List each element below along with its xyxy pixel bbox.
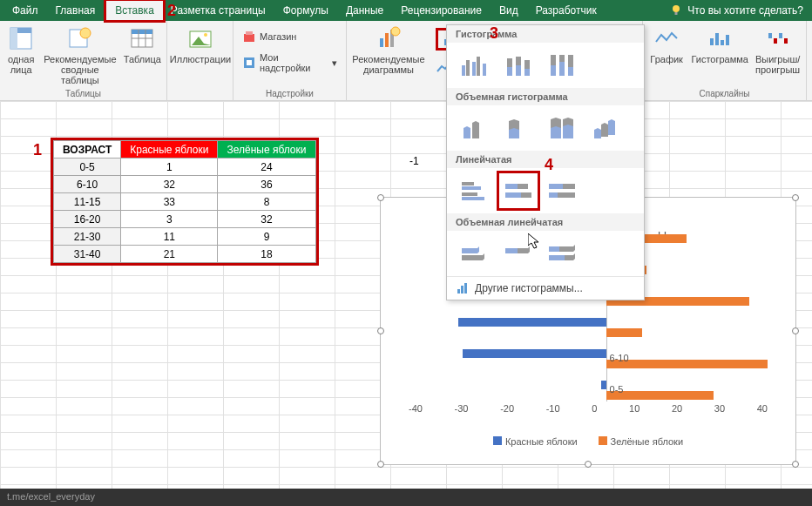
table-row[interactable]: 6-103236 <box>54 176 316 193</box>
tab-home[interactable]: Главная <box>47 1 105 20</box>
thumb-3d-col[interactable] <box>588 112 623 144</box>
chart-legend: Красные яблоки Зелёные яблоки <box>391 436 785 447</box>
resize-handle[interactable] <box>792 461 799 468</box>
svg-rect-51 <box>483 64 486 76</box>
worksheet[interactable]: 1 ВОЗРАСТ Красные яблоки Зелёные яблоки … <box>0 101 812 489</box>
resize-handle[interactable] <box>377 327 384 334</box>
chevron-down-icon: ▾ <box>332 57 337 69</box>
svg-point-22 <box>391 27 400 36</box>
svg-marker-74 <box>608 119 615 135</box>
callout-3: 3 <box>490 24 498 43</box>
thumb-3d-100-col[interactable] <box>545 112 579 144</box>
spark-winloss-icon <box>764 24 792 52</box>
table-row[interactable]: 0-5124 <box>54 159 316 176</box>
svg-rect-44 <box>774 38 777 44</box>
svg-rect-82 <box>505 192 521 198</box>
svg-marker-88 <box>462 253 484 260</box>
thumb-3d-stacked-col[interactable] <box>501 112 536 144</box>
svg-marker-64 <box>464 126 470 138</box>
tab-insert[interactable]: Вставка <box>104 0 166 23</box>
data-table[interactable]: ВОЗРАСТ Красные яблоки Зелёные яблоки 0-… <box>51 138 319 266</box>
svg-marker-87 <box>462 246 479 253</box>
svg-rect-45 <box>779 33 782 38</box>
bulb-icon <box>670 4 682 17</box>
spark-winloss-button[interactable]: Выигрыш/ проигрыш <box>754 24 801 75</box>
svg-marker-98 <box>528 233 538 248</box>
callout-2: 2 <box>167 2 176 20</box>
tell-me[interactable]: Что вы хотите сделать? <box>661 4 812 17</box>
svg-point-6 <box>80 28 91 38</box>
tab-page-layout[interactable]: Разметка страницы <box>162 1 274 20</box>
svg-rect-4 <box>10 28 17 49</box>
legend-swatch-blue <box>493 436 502 445</box>
svg-marker-72 <box>594 128 601 138</box>
resize-handle[interactable] <box>377 194 384 201</box>
svg-rect-57 <box>524 69 530 76</box>
svg-rect-20 <box>385 33 389 47</box>
svg-rect-61 <box>559 62 565 76</box>
table-row[interactable]: 11-15338 <box>54 193 316 211</box>
table-label: Таблица <box>124 54 161 64</box>
spark-line-button[interactable]: График <box>648 24 685 64</box>
svg-marker-67 <box>509 128 519 138</box>
rec-pivot-button[interactable]: Рекомендуемые сводные таблицы <box>44 24 116 85</box>
resize-handle[interactable] <box>585 461 592 468</box>
rec-pivot-icon <box>66 24 94 52</box>
resize-handle[interactable] <box>792 194 799 201</box>
status-bar: t.me/excel_everyday <box>0 489 812 506</box>
ribbon: одная лица Рекомендуемые сводные таблицы… <box>0 21 812 101</box>
spark-col-label: Гистограмма <box>691 54 748 64</box>
thumb-100stacked-bar[interactable] <box>545 175 579 206</box>
group-illustrations: Иллюстрации <box>167 21 233 100</box>
x-axis-ticks: -40-30-20-10010203040 <box>409 403 768 419</box>
group-illus-label <box>173 97 227 98</box>
thumb-3d-100-bar[interactable] <box>545 238 579 269</box>
spark-line-icon <box>653 24 680 52</box>
pivot-table-button[interactable]: одная лица <box>5 24 37 75</box>
rec-charts-button[interactable]: Рекомендуемые диаграммы <box>352 24 425 75</box>
thumb-100stacked-column[interactable] <box>545 50 579 81</box>
spark-col-icon <box>706 24 734 52</box>
rec-pivot-label: Рекомендуемые сводные таблицы <box>44 54 116 85</box>
tab-view[interactable]: Вид <box>491 1 527 20</box>
thumb-3d-clustered-col[interactable] <box>457 112 492 144</box>
store-label: Магазин <box>260 31 296 42</box>
pivot-label: одная лица <box>8 54 34 75</box>
more-column-charts[interactable]: Другие гистограммы... <box>447 276 644 300</box>
svg-rect-39 <box>710 38 714 45</box>
thumb-clustered-column[interactable] <box>457 50 492 81</box>
ribbon-tabs: Файл Главная Вставка Разметка страницы Ф… <box>0 0 812 21</box>
tab-data[interactable]: Данные <box>337 1 392 20</box>
table-button[interactable]: Таблица <box>124 24 161 64</box>
thumb-3d-clustered-bar[interactable] <box>457 238 492 269</box>
resize-handle[interactable] <box>792 327 799 334</box>
legend-label: Зелёные яблоки <box>611 436 683 447</box>
thumb-stacked-column[interactable] <box>501 50 536 81</box>
legend-label: Красные яблоки <box>505 436 578 447</box>
svg-rect-95 <box>457 289 460 293</box>
svg-rect-46 <box>784 38 788 44</box>
bar-chart-icon <box>456 282 470 294</box>
table-row[interactable]: 31-402118 <box>54 246 316 263</box>
store-button[interactable]: Магазин <box>239 28 300 45</box>
tab-developer[interactable]: Разработчик <box>527 1 606 20</box>
table-row[interactable]: 16-20332 <box>54 211 316 228</box>
store-icon <box>242 30 256 44</box>
thumb-stacked-bar[interactable] <box>501 175 536 206</box>
svg-rect-77 <box>462 192 477 196</box>
table-row[interactable]: 21-30119 <box>54 228 316 246</box>
tab-file[interactable]: Файл <box>3 1 47 20</box>
svg-rect-47 <box>462 65 465 76</box>
group-sparklines: График Гистограмма Выигрыш/ проигрыш Спа… <box>643 21 807 100</box>
tab-formulas[interactable]: Формулы <box>274 1 337 20</box>
resize-handle[interactable] <box>377 461 384 468</box>
my-addins-button[interactable]: Мои надстройки ▾ <box>239 51 341 75</box>
spark-col-button[interactable]: Гистограмма <box>692 24 748 64</box>
tab-review[interactable]: Рецензирование <box>392 1 491 20</box>
callout-1: 1 <box>33 141 42 159</box>
tell-me-label: Что вы хотите сделать? <box>687 4 803 17</box>
illustrations-button[interactable]: Иллюстрации <box>173 24 228 64</box>
col-age-header: ВОЗРАСТ <box>54 141 121 159</box>
svg-rect-63 <box>568 67 573 76</box>
thumb-clustered-bar[interactable] <box>457 175 492 206</box>
